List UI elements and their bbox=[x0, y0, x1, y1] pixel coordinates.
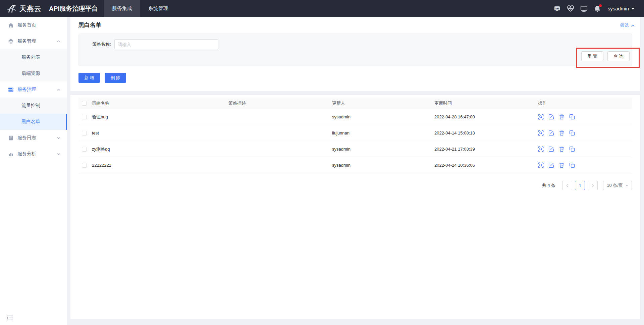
next-page-button[interactable] bbox=[588, 181, 598, 190]
health-monitor-icon[interactable] bbox=[567, 5, 574, 12]
chevron-down-icon bbox=[57, 153, 60, 155]
chevron-down-icon bbox=[631, 8, 635, 10]
cell-update-time: 2022-04-14 15:08:13 bbox=[430, 130, 536, 136]
copy-icon[interactable] bbox=[569, 146, 575, 152]
server-icon bbox=[8, 87, 14, 93]
user-menu[interactable]: sysadmin bbox=[608, 6, 635, 11]
chevron-right-icon bbox=[592, 184, 594, 187]
add-button[interactable]: 新 增 bbox=[78, 73, 100, 83]
cell-policy-name: 验证bug bbox=[92, 114, 224, 120]
policy-table: 策略名称 策略描述 更新人 更新时间 操作 验证bug sysadmin 202… bbox=[78, 98, 632, 173]
sidebar-item-service-list[interactable]: 服务列表 bbox=[0, 49, 67, 65]
sidebar-item-service-governance[interactable]: 服务治理 bbox=[0, 82, 67, 98]
layers-icon bbox=[8, 39, 14, 44]
cell-updater: sysadmin bbox=[328, 163, 430, 168]
sidebar-item-service-home[interactable]: 服务首页 bbox=[0, 17, 67, 33]
delete-row-icon[interactable] bbox=[559, 114, 565, 120]
tab-system-management[interactable]: 系统管理 bbox=[140, 0, 176, 17]
column-header-actions: 操作 bbox=[536, 100, 632, 106]
topbar: 天燕云 API服务治理平台 服务集成 系统管理 API bbox=[0, 0, 644, 17]
page-size-select[interactable]: 10 条/页 bbox=[603, 181, 632, 190]
copy-icon[interactable] bbox=[569, 114, 575, 120]
reset-button[interactable]: 重 置 bbox=[581, 51, 603, 61]
view-detail-icon[interactable] bbox=[538, 114, 544, 120]
sidebar-item-blacklist-whitelist[interactable]: 黑白名单 bbox=[0, 114, 67, 130]
view-detail-icon[interactable] bbox=[538, 130, 544, 136]
cell-update-time: 2022-04-21 17:03:39 bbox=[430, 147, 536, 152]
table-row: test liujunnan 2022-04-14 15:08:13 bbox=[78, 125, 632, 141]
api-doc-icon[interactable]: API bbox=[553, 5, 561, 12]
sidebar-collapse-toggle[interactable] bbox=[6, 315, 13, 321]
copy-icon[interactable] bbox=[569, 130, 575, 136]
column-header-policy-name: 策略名称 bbox=[92, 100, 224, 106]
delete-row-icon[interactable] bbox=[559, 146, 565, 152]
cell-policy-name: 22222222 bbox=[92, 163, 224, 168]
table-toolbar: 新 增 删 除 bbox=[78, 73, 632, 83]
page-title: 黑白名单 bbox=[78, 21, 632, 29]
filter-toggle-link[interactable]: 筛选 bbox=[620, 22, 635, 29]
topbar-actions: API sysadmin bbox=[547, 5, 644, 12]
table-row: 验证bug sysadmin 2022-04-28 16:47:00 bbox=[78, 109, 632, 125]
cell-policy-name: zy测略qq bbox=[92, 146, 224, 152]
home-icon bbox=[8, 22, 14, 28]
chevron-left-icon bbox=[566, 184, 569, 187]
log-book-icon bbox=[8, 135, 14, 141]
swallow-logo-icon bbox=[7, 4, 17, 14]
svg-text:API: API bbox=[555, 7, 559, 9]
copy-icon[interactable] bbox=[569, 162, 575, 168]
select-all-checkbox[interactable] bbox=[82, 101, 87, 106]
sidebar-item-service-analysis[interactable]: 服务分析 bbox=[0, 146, 67, 162]
column-header-updater: 更新人 bbox=[328, 100, 430, 106]
brand-name: 天燕云 bbox=[19, 4, 42, 13]
search-button[interactable]: 查 询 bbox=[607, 51, 630, 61]
product-title: API服务治理平台 bbox=[49, 4, 98, 13]
username: sysadmin bbox=[608, 6, 629, 11]
prev-page-button[interactable] bbox=[562, 181, 572, 190]
top-nav-tabs: 服务集成 系统管理 bbox=[104, 0, 176, 17]
sidebar-item-traffic-control[interactable]: 流量控制 bbox=[0, 98, 67, 114]
edit-icon[interactable] bbox=[548, 146, 554, 152]
section-divider bbox=[70, 91, 640, 95]
delete-row-icon[interactable] bbox=[559, 162, 565, 168]
bar-chart-icon bbox=[8, 151, 14, 157]
view-detail-icon[interactable] bbox=[538, 162, 544, 168]
row-checkbox[interactable] bbox=[82, 115, 87, 119]
sidebar-item-backend-resources[interactable]: 后端资源 bbox=[0, 65, 67, 82]
sidebar-item-service-logs[interactable]: 服务日志 bbox=[0, 130, 67, 146]
edit-icon[interactable] bbox=[548, 130, 554, 136]
cell-update-time: 2022-04-28 16:47:00 bbox=[430, 114, 536, 119]
delete-button[interactable]: 删 除 bbox=[105, 73, 126, 83]
table-header: 策略名称 策略描述 更新人 更新时间 操作 bbox=[78, 98, 632, 109]
view-detail-icon[interactable] bbox=[538, 146, 544, 152]
notification-badge bbox=[599, 4, 602, 7]
column-header-update-time: 更新时间 bbox=[430, 100, 536, 106]
row-checkbox[interactable] bbox=[82, 163, 87, 168]
console-screen-icon[interactable] bbox=[580, 5, 588, 12]
notification-bell-icon[interactable] bbox=[594, 5, 601, 12]
cell-updater: sysadmin bbox=[328, 147, 430, 152]
chevron-down-icon bbox=[626, 185, 628, 186]
sidebar: 服务首页 服务管理 服务列表 后端资源 服务治理 流量控制 黑 bbox=[0, 17, 67, 325]
chevron-up-icon bbox=[631, 24, 635, 27]
cell-update-time: 2022-04-24 10:36:06 bbox=[430, 163, 536, 168]
chevron-up-icon bbox=[57, 89, 60, 91]
cell-policy-name: test bbox=[92, 130, 224, 136]
column-header-policy-desc: 策略描述 bbox=[224, 100, 328, 106]
tab-service-integration[interactable]: 服务集成 bbox=[104, 0, 140, 17]
row-checkbox[interactable] bbox=[82, 131, 87, 136]
row-checkbox[interactable] bbox=[82, 147, 87, 152]
table-row: zy测略qq sysadmin 2022-04-21 17:03:39 bbox=[78, 141, 632, 157]
policy-name-input[interactable] bbox=[114, 39, 218, 49]
page-number-button[interactable]: 1 bbox=[575, 181, 585, 190]
table-body: 验证bug sysadmin 2022-04-28 16:47:00 bbox=[78, 109, 632, 173]
pagination: 共 4 条 1 10 条/页 bbox=[78, 181, 632, 190]
edit-icon[interactable] bbox=[548, 114, 554, 120]
edit-icon[interactable] bbox=[548, 162, 554, 168]
sidebar-item-service-management[interactable]: 服务管理 bbox=[0, 33, 67, 49]
cell-updater: liujunnan bbox=[328, 130, 430, 136]
delete-row-icon[interactable] bbox=[559, 130, 565, 136]
main-content: 黑白名单 筛选 策略名称: 重 置 查 询 新 增 删 除 策略名称 策略描述 … bbox=[70, 17, 640, 319]
total-count: 共 4 条 bbox=[542, 182, 555, 188]
policy-name-label: 策略名称: bbox=[92, 41, 111, 47]
filter-panel: 策略名称: 重 置 查 询 bbox=[78, 34, 632, 66]
